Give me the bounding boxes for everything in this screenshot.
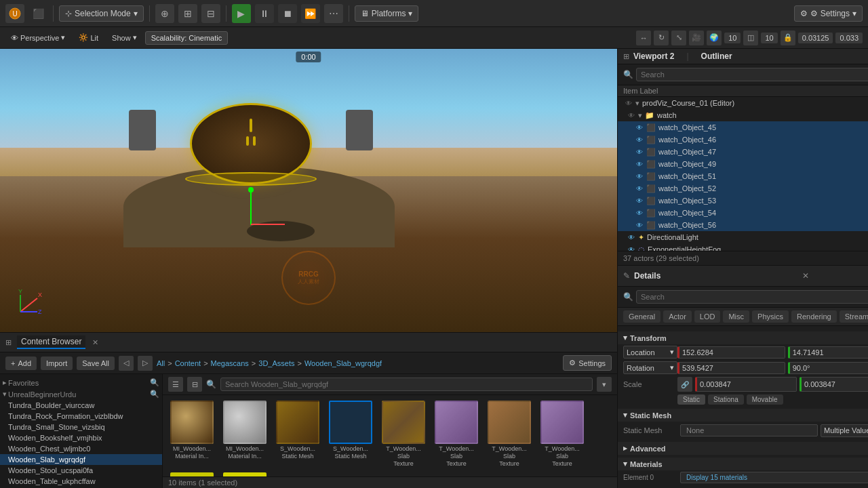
- scalability-button[interactable]: Scalability: Cinematic: [145, 31, 229, 45]
- ol-watch-53[interactable]: 👁 ⬛ watch_Object_53 StaticMeshActor: [618, 195, 868, 207]
- mat-display[interactable]: Display 15 materials: [680, 472, 868, 483]
- rotate-widget-icon[interactable]: ↻: [654, 30, 669, 45]
- local-global-icon[interactable]: 🌍: [707, 30, 722, 45]
- sidebar-wooden-table[interactable]: Wooden_Table_ukphcffaw: [0, 476, 162, 487]
- forward-icon[interactable]: ▷: [138, 356, 153, 371]
- rotation-x-input[interactable]: [677, 362, 785, 374]
- sidebar-wooden-slab[interactable]: Wooden_Slab_wgrqdgf: [0, 454, 162, 465]
- assets-search-input[interactable]: [220, 378, 593, 391]
- asset-t-wooden-4[interactable]: T_Wooden...SlabTexture: [538, 401, 586, 467]
- pause-button[interactable]: ⏸: [255, 4, 274, 23]
- asset-t-wooden-2[interactable]: T_Wooden...SlabTexture: [433, 401, 480, 467]
- close-tab-icon[interactable]: ✕: [92, 338, 98, 347]
- snap-toggle-icon[interactable]: 🔒: [781, 30, 795, 45]
- sidebar-tundra-boulder[interactable]: Tundra_Boulder_viurccaw: [0, 400, 162, 411]
- viewport-canvas[interactable]: 0:00 X Y Z RRCG 人人素材: [0, 49, 617, 332]
- ol-watch-54[interactable]: 👁 ⬛ watch_Object_54 StaticMeshActor: [618, 207, 868, 219]
- import-button[interactable]: Import: [41, 357, 73, 370]
- materials-header[interactable]: ▾ Materials: [618, 458, 868, 470]
- asset-s-wooden-2[interactable]: S_Wooden...Static Mesh: [327, 401, 374, 467]
- perspective-button[interactable]: 👁 Perspective ▾: [5, 31, 71, 44]
- search-icon-2[interactable]: 🔍: [150, 390, 159, 399]
- location-x-input[interactable]: [677, 346, 785, 359]
- transform-header[interactable]: ▾ Transform: [618, 331, 868, 344]
- content-browser-tab[interactable]: Content Browser: [17, 336, 85, 349]
- asset-s-wooden-1[interactable]: S_Wooden...Static Mesh: [274, 401, 321, 467]
- lock-scale-icon[interactable]: 🔗: [677, 377, 692, 392]
- tab-misc[interactable]: Misc: [723, 310, 749, 323]
- asset-t-wooden-3[interactable]: T_Wooden...SlabTexture: [486, 401, 533, 467]
- settings-button[interactable]: ⚙ ⚙ Settings ▾: [794, 5, 863, 22]
- ol-watch-folder[interactable]: 👁 ▾ 📁 watch: [618, 109, 868, 121]
- more-options-icon[interactable]: ⋯: [324, 4, 343, 23]
- settings-cb-button[interactable]: ⚙ Settings: [563, 355, 612, 371]
- filter-icon[interactable]: ☰: [168, 377, 183, 392]
- back-icon[interactable]: ◁: [119, 356, 134, 371]
- selection-mode-button[interactable]: ⊹ Selection Mode ▾: [59, 5, 144, 22]
- path-wooden-slab[interactable]: Wooden_Slab_wgrqdgf: [304, 359, 382, 367]
- camera-speed-icon[interactable]: 🎥: [689, 30, 704, 45]
- outliner-search-input[interactable]: [636, 68, 868, 81]
- ol-watch-51[interactable]: 👁 ⬛ watch_Object_51 StaticMeshActor: [618, 170, 868, 182]
- location-dropdown[interactable]: Location ▾: [623, 346, 677, 359]
- tab-physics[interactable]: Physics: [752, 310, 789, 323]
- path-megascans[interactable]: Megascans: [211, 359, 249, 367]
- ol-watch-49[interactable]: 👁 ⬛ watch_Object_49 StaticMeshActor: [618, 158, 868, 170]
- scale-y-input[interactable]: [800, 377, 868, 392]
- transform-widget-icon[interactable]: ↔: [636, 30, 651, 45]
- tab-rendering[interactable]: Rendering: [791, 310, 837, 323]
- unreal-section[interactable]: ▾ UnrealBeginnerUrdu 🔍: [0, 388, 162, 400]
- scale-widget-icon[interactable]: ⤡: [671, 30, 686, 45]
- asset-t-wooden-1[interactable]: T_Wooden...SlabTexture: [380, 401, 427, 467]
- path-content[interactable]: Content: [175, 359, 201, 367]
- sidebar-wooden-stool[interactable]: Wooden_Stool_ucspai0fa: [0, 465, 162, 476]
- tab-actor[interactable]: Actor: [663, 310, 692, 323]
- search-icon[interactable]: 🔍: [150, 378, 159, 387]
- app-icon[interactable]: U: [5, 4, 24, 23]
- location-y-input[interactable]: [788, 346, 868, 359]
- show-button[interactable]: Show ▾: [106, 31, 142, 44]
- path-all[interactable]: All: [157, 359, 165, 367]
- rotation-dropdown[interactable]: Rotation ▾: [623, 361, 677, 374]
- tab-streaming[interactable]: Streaming: [840, 310, 868, 323]
- ol-exp-fog[interactable]: 👁 ◌ ExponentialHeightFog ExponentialHeig…: [618, 243, 868, 251]
- tab-general[interactable]: General: [623, 310, 660, 323]
- stationary-mobility-button[interactable]: Stationa: [708, 394, 744, 405]
- favorites-section[interactable]: ▸ Favorites 🔍: [0, 377, 162, 388]
- ol-root-item[interactable]: 👁 ▾ prodViz_Course_01 (Editor): [618, 97, 868, 109]
- stop-button[interactable]: ⏹: [278, 4, 297, 23]
- play-button[interactable]: ▶: [232, 4, 251, 23]
- sidebar-tundra-stone[interactable]: Tundra_Small_Stone_vizsbiq: [0, 422, 162, 432]
- ol-watch-56[interactable]: 👁 ⬛ watch_Object_56 StaticMeshActor: [618, 219, 868, 231]
- grid-icon[interactable]: ⊟: [201, 4, 220, 23]
- sidebar-tundra-rock[interactable]: Tundra_Rock_Formation_vizblbdw: [0, 411, 162, 422]
- list-view-icon[interactable]: ⊟: [187, 377, 202, 392]
- tab-lod[interactable]: LOD: [694, 310, 721, 323]
- sm-multiple-values[interactable]: Multiple Values ▾: [821, 424, 868, 437]
- rotation-y-input[interactable]: [788, 362, 868, 374]
- chevron-down-icon-7[interactable]: ▾: [597, 377, 612, 392]
- scale-x-input[interactable]: [695, 377, 797, 392]
- add-button[interactable]: + Add: [5, 357, 37, 370]
- skip-button[interactable]: ⏩: [301, 4, 320, 23]
- sidebar-wooden-chest[interactable]: Wooden_Chest_wljmbc0: [0, 443, 162, 454]
- static-mesh-header[interactable]: ▾ Static Mesh: [618, 409, 868, 422]
- sidebar-wooden-bookshelf[interactable]: Wooden_Bookshelf_vmjhbix: [0, 432, 162, 443]
- details-search-input[interactable]: [636, 290, 868, 304]
- asset-mi-wooden-2[interactable]: MI_Wooden...Material In...: [221, 401, 269, 467]
- save-all-button[interactable]: Save All: [77, 357, 115, 370]
- snap-icon[interactable]: ⊞: [178, 4, 197, 23]
- ol-watch-45[interactable]: 👁 ⬛ watch_Object_45 StaticMeshActor: [618, 121, 868, 134]
- path-3dassets[interactable]: 3D_Assets: [258, 359, 294, 367]
- asset-mi-wooden-1[interactable]: MI_Wooden...Material In...: [168, 401, 216, 467]
- movable-mobility-button[interactable]: Movable: [747, 394, 783, 405]
- lit-button[interactable]: 🔆 Lit: [73, 31, 104, 44]
- advanced-header[interactable]: ▸ Advanced: [618, 442, 868, 455]
- platforms-button[interactable]: 🖥 Platforms ▾: [355, 5, 419, 22]
- static-mobility-button[interactable]: Static: [677, 394, 705, 405]
- ol-watch-52[interactable]: 👁 ⬛ watch_Object_52 StaticMeshActor: [618, 182, 868, 195]
- transform-icon[interactable]: ⊕: [155, 4, 174, 23]
- close-details-button[interactable]: ✕: [802, 271, 809, 281]
- ol-watch-46[interactable]: 👁 ⬛ watch_Object_46 StaticMeshActor: [618, 134, 868, 146]
- ol-directional-light[interactable]: 👁 ✦ DirectionalLight DirectionalLight: [618, 231, 868, 243]
